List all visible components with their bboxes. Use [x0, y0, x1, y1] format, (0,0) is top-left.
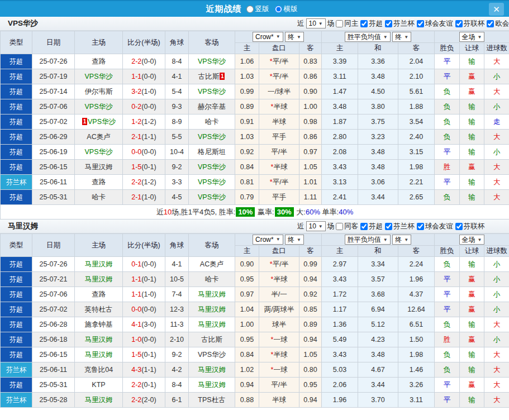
summary-part: 大: [294, 208, 306, 216]
league-checkbox-0[interactable]: 芬超 [360, 19, 383, 28]
table-row: 芬超25-07-021VPS华沙1-2(1-2)8-9哈卡0.91半球0.981… [1, 114, 509, 130]
full-match-select[interactable]: 全场▼ [459, 235, 485, 245]
match-date: 25-07-19 [32, 69, 75, 84]
handicap-result-cell: 赢 [460, 302, 484, 317]
full-match-select-value: 全场 [462, 235, 475, 245]
home-team: 查路 [75, 175, 123, 190]
final-odds-select-2[interactable]: 终▼ [392, 235, 411, 245]
league-checkbox-3-input[interactable] [455, 223, 463, 230]
ah-away-odds: 0.97 [299, 145, 322, 160]
ah-line-cell: 平手 [259, 130, 299, 145]
col-home: 主场 [75, 234, 123, 257]
near-label: 近 [297, 19, 305, 28]
score-cell: 1-5(0-1) [123, 347, 165, 362]
score-cell: 1-1(1-0) [123, 287, 165, 302]
team-label: 马里汉姆 [198, 321, 226, 328]
league-checkbox-1-label: 芬兰杯 [393, 19, 415, 28]
final-odds-select-2[interactable]: 终▼ [392, 32, 411, 42]
same-venue-checkbox-label: 同客 [344, 222, 358, 231]
half-time-score: (2-0) [141, 396, 156, 404]
league-checkbox-2-input[interactable] [417, 223, 424, 230]
col-away: 客场 [189, 31, 235, 54]
away-team: 赫尔辛基 [189, 99, 235, 114]
league-checkbox-3[interactable]: 芬联杯 [455, 19, 485, 28]
match-count-select[interactable]: 10▼ [306, 221, 326, 231]
same-venue-checkbox-input[interactable] [336, 223, 343, 230]
team-label: 格尼斯坦 [198, 148, 226, 156]
league-checkbox-4-input[interactable] [487, 20, 494, 27]
full-time-score: 3-2 [131, 88, 141, 96]
handicap-result-cell: 输 [460, 54, 484, 69]
summary-part: 近 [156, 208, 164, 216]
chevron-down-icon: ▼ [297, 237, 301, 242]
radio-horizontal-layout[interactable]: 横版 [275, 4, 298, 14]
close-button[interactable]: ✕ [489, 3, 504, 16]
col-home: 主场 [75, 31, 123, 54]
final-odds-select[interactable]: 终▼ [285, 32, 304, 42]
corners-cell: 4-1 [165, 257, 189, 272]
final-odds-select[interactable]: 终▼ [285, 235, 304, 245]
line-star: * [271, 351, 274, 359]
home-team: 马里汉姆 [75, 347, 123, 362]
league-checkbox-1[interactable]: 芬兰杯 [385, 19, 415, 28]
col-avg-home: 主 [322, 246, 358, 257]
league-checkbox-2[interactable]: 球会友谊 [417, 222, 453, 231]
full-match-select[interactable]: 全场▼ [459, 32, 485, 42]
corners-cell: 10-4 [165, 145, 189, 160]
chevron-down-icon: ▼ [383, 237, 388, 242]
league-checkbox-1-input[interactable] [385, 223, 392, 230]
goals-result-cell: 大 [484, 84, 509, 99]
league-checkbox-2-input[interactable] [417, 20, 424, 27]
league-checkbox-3[interactable]: 芬联杯 [455, 222, 485, 231]
bookmaker-select[interactable]: Crow*▼ [253, 235, 283, 245]
radio-vertical-input[interactable] [246, 6, 254, 13]
avg-odds-select[interactable]: 胜平负均值▼ [345, 235, 391, 245]
same-venue-checkbox[interactable]: 同客 [336, 222, 358, 231]
goals-result-cell: 小 [484, 257, 509, 272]
full-time-score: 4-3 [131, 366, 141, 374]
col-type: 类型 [1, 31, 32, 54]
same-venue-checkbox-input[interactable] [336, 20, 343, 27]
ah-home-odds: 1.04 [235, 302, 259, 317]
ah-line-cell: *一球 [259, 332, 299, 347]
radio-vertical-layout[interactable]: 竖版 [246, 4, 269, 14]
league-checkbox-4[interactable]: 欧会杯 [487, 19, 509, 28]
league-checkbox-2-label: 球会友谊 [425, 222, 453, 231]
team-label: VPS华沙 [198, 163, 226, 171]
ah-home-odds: 0.88 [235, 393, 259, 408]
ah-line-cell: 两/两球半 [259, 302, 299, 317]
team-label: 查路 [92, 290, 106, 298]
avg-draw-odds: 3.34 [358, 257, 398, 272]
league-checkbox-1-input[interactable] [385, 20, 392, 27]
result-cell: 负 [435, 362, 460, 378]
full-time-score: 1-1 [131, 290, 141, 298]
avg-home-odds: 1.17 [322, 302, 358, 317]
avg-odds-select[interactable]: 胜平负均值▼ [345, 32, 391, 42]
league-checkbox-0[interactable]: 芬超 [360, 222, 383, 231]
league-checkbox-3-label: 芬联杯 [464, 222, 485, 231]
same-venue-checkbox[interactable]: 同主 [336, 19, 358, 28]
match-count-select[interactable]: 10▼ [306, 18, 326, 28]
league-checkbox-0-input[interactable] [360, 223, 368, 230]
goals-result-cell: 小 [484, 302, 509, 317]
match-count-value: 10 [309, 222, 316, 230]
radio-horizontal-input[interactable] [275, 6, 282, 13]
team-label: 马里汉姆 [198, 381, 226, 389]
avg-away-odds: 1.88 [398, 99, 435, 114]
away-team: AC奥卢 [189, 257, 235, 272]
corners-cell: 10-5 [165, 272, 189, 287]
ah-away-odds: 1.00 [299, 99, 322, 114]
league-checkbox-3-input[interactable] [455, 20, 463, 27]
bookmaker-select[interactable]: Crow*▼ [253, 32, 283, 42]
avg-away-odds: 1.98 [398, 160, 435, 175]
home-team: AC奥卢 [75, 130, 123, 145]
col-result: 胜负 [435, 246, 460, 257]
league-checkbox-0-input[interactable] [360, 20, 368, 27]
result-cell: 平 [435, 393, 460, 408]
ah-away-odds: 1.01 [299, 175, 322, 190]
line-star: * [271, 103, 274, 111]
league-checkbox-2[interactable]: 球会友谊 [417, 19, 453, 28]
summary-text: 近10场,胜1平4负5, 胜率:10% 赢率:30% 大:60% 单率:40% [1, 205, 509, 219]
full-time-score: 0-1 [131, 260, 141, 268]
league-checkbox-1[interactable]: 芬兰杯 [385, 222, 415, 231]
